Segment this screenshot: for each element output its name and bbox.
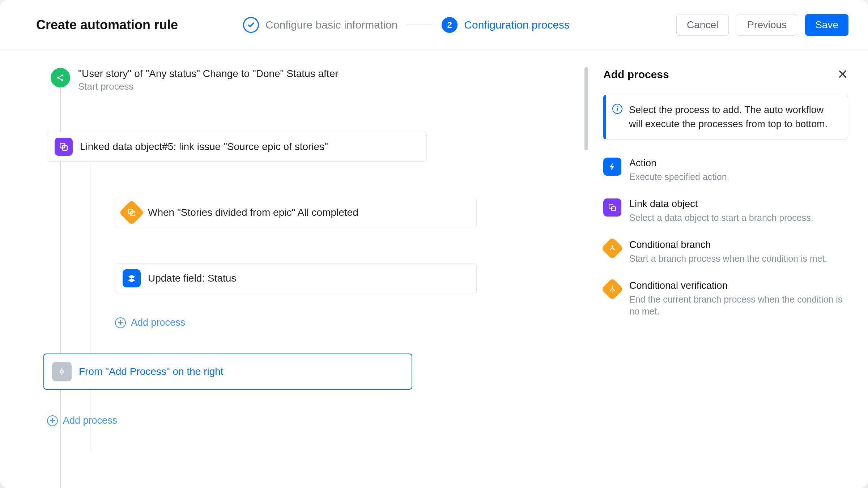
sub-branch: When "Stories divided from epic" All com… — [83, 162, 564, 328]
info-icon: i — [612, 104, 622, 114]
action-node[interactable]: Update field: Status — [115, 264, 477, 293]
window: Create automation rule Configure basic i… — [0, 0, 868, 488]
process-action-title: Action — [629, 158, 729, 169]
drop-placeholder-label: From "Add Process" on the right — [79, 366, 224, 377]
svg-point-13 — [612, 285, 613, 287]
workflow-canvas[interactable]: "User story" of "Any status" Change to "… — [0, 50, 590, 488]
step-2[interactable]: 2 Configuration process — [442, 17, 570, 33]
action-label: Update field: Status — [148, 273, 236, 284]
drop-placeholder[interactable]: From "Add Process" on the right — [43, 354, 412, 390]
lightning-icon — [603, 158, 621, 176]
process-branch-desc: Start a branch process when the conditio… — [629, 253, 827, 265]
link-object-icon — [603, 198, 621, 217]
close-icon[interactable]: ✕ — [837, 68, 848, 81]
previous-button[interactable]: Previous — [737, 14, 797, 36]
plus-circle-icon — [115, 317, 126, 328]
header-buttons: Cancel Previous Save — [676, 14, 848, 36]
start-node[interactable]: "User story" of "Any status" Change to "… — [51, 68, 564, 92]
process-link-title: Link data object — [629, 198, 813, 210]
layers-icon — [123, 269, 141, 287]
condition-branch-icon — [119, 200, 145, 226]
side-panel: Add process ✕ i Select the process to ad… — [590, 50, 868, 488]
svg-point-7 — [60, 370, 63, 373]
process-cond-branch[interactable]: Conditional branch Start a branch proces… — [603, 239, 848, 265]
add-process-button-root[interactable]: Add process — [47, 415, 564, 426]
process-link-desc: Select a data object to start a branch p… — [629, 212, 813, 224]
process-link-object[interactable]: Link data object Select a data object to… — [603, 198, 848, 224]
share-icon — [51, 68, 70, 87]
workflow-root: "User story" of "Any status" Change to "… — [51, 68, 564, 426]
condition-label: When "Stories divided from epic" All com… — [148, 207, 358, 218]
step-1[interactable]: Configure basic information — [243, 17, 397, 33]
svg-point-10 — [612, 245, 613, 246]
process-branch-title: Conditional branch — [629, 239, 827, 251]
add-process-button-inner[interactable]: Add process — [115, 317, 564, 328]
process-verify-desc: End the current branch process when the … — [629, 294, 848, 318]
svg-rect-9 — [612, 207, 616, 211]
add-process-root-label: Add process — [63, 415, 117, 426]
start-subtitle: Start process — [78, 81, 339, 92]
process-list: Action Execute specified action. Link da… — [603, 158, 848, 318]
process-cond-verify[interactable]: Conditional verification End the current… — [603, 280, 848, 318]
svg-rect-8 — [609, 204, 613, 208]
step-2-number: 2 — [442, 17, 458, 33]
step-2-label: Configuration process — [464, 19, 570, 31]
condition-node[interactable]: When "Stories divided from epic" All com… — [115, 198, 477, 227]
verify-icon — [601, 278, 624, 300]
add-process-label: Add process — [131, 317, 185, 328]
process-verify-title: Conditional verification — [629, 280, 848, 291]
plus-circle-icon — [47, 415, 58, 426]
linked-object-node[interactable]: Linked data object#5: link issue "Source… — [47, 132, 427, 162]
step-1-label: Configure basic information — [265, 19, 397, 31]
process-action[interactable]: Action Execute specified action. — [603, 158, 848, 183]
save-button[interactable]: Save — [805, 14, 848, 36]
start-title: "User story" of "Any status" Change to "… — [78, 68, 339, 80]
scrollbar[interactable] — [584, 67, 588, 150]
link-object-icon — [55, 138, 73, 156]
step-divider — [407, 25, 432, 25]
process-action-desc: Execute specified action. — [629, 171, 729, 183]
check-circle-icon — [243, 17, 259, 33]
page-title: Create automation rule — [36, 17, 178, 33]
body: "User story" of "Any status" Change to "… — [0, 50, 868, 488]
info-callout: i Select the process to add. The auto wo… — [603, 95, 848, 140]
svg-point-16 — [612, 291, 613, 292]
panel-title: Add process — [603, 68, 669, 81]
header: Create automation rule Configure basic i… — [0, 0, 868, 50]
cancel-button[interactable]: Cancel — [676, 14, 729, 36]
branch-icon — [601, 237, 624, 260]
linked-object-label: Linked data object#5: link issue "Source… — [80, 141, 328, 153]
placeholder-icon — [52, 362, 72, 381]
stepper: Configure basic information 2 Configurat… — [243, 17, 570, 33]
info-text: Select the process to add. The auto work… — [629, 103, 839, 131]
